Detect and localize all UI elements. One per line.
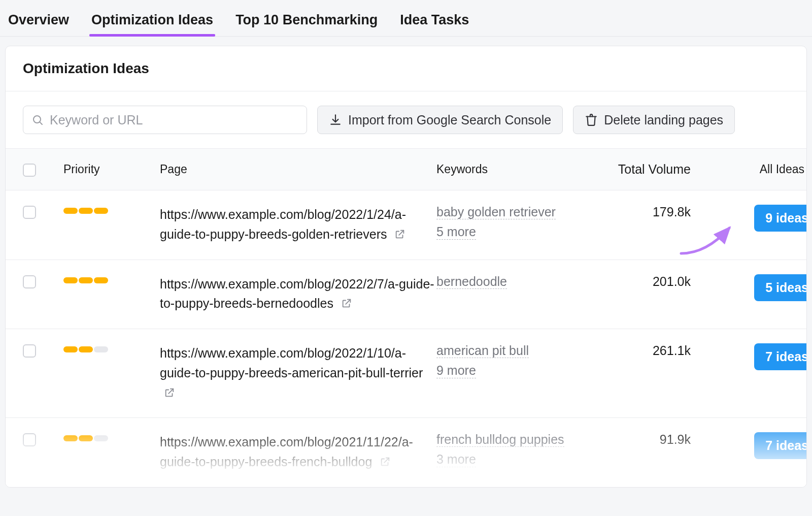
keyword-primary[interactable]: american pit bull <box>436 343 529 358</box>
row-checkbox[interactable] <box>23 433 36 446</box>
keyword-primary[interactable]: french bulldog puppies <box>436 432 564 447</box>
search-input-wrapper[interactable] <box>23 106 307 134</box>
tab-top10-benchmarking[interactable]: Top 10 Benchmarking <box>233 8 380 36</box>
keyword-more[interactable]: 5 more <box>436 224 476 240</box>
table-row: https://www.example.com/blog/2022/1/24/a… <box>6 190 806 260</box>
svg-point-0 <box>33 116 41 123</box>
table-header: Priority Page Keywords Total Volume All … <box>6 148 806 190</box>
col-page: Page <box>160 163 436 176</box>
row-checkbox[interactable] <box>23 206 36 219</box>
col-priority: Priority <box>63 163 160 176</box>
external-link-icon[interactable] <box>380 453 391 473</box>
keyword-primary[interactable]: baby golden retriever <box>436 205 556 219</box>
search-input[interactable] <box>50 113 298 127</box>
page-url[interactable]: https://www.example.com/blog/2022/2/7/a-… <box>160 274 436 315</box>
row-checkbox[interactable] <box>23 344 36 358</box>
tab-idea-tasks[interactable]: Idea Tasks <box>398 8 471 36</box>
col-all-ideas-label: All Ideas <box>760 163 804 176</box>
priority-indicator <box>63 435 160 441</box>
page-url[interactable]: https://www.example.com/blog/2022/1/10/a… <box>160 343 436 403</box>
ideas-button[interactable]: 5 ideas <box>754 274 807 301</box>
table-body: https://www.example.com/blog/2022/1/24/a… <box>6 190 806 487</box>
table-row: https://www.example.com/blog/2021/11/22/… <box>6 418 806 487</box>
download-icon <box>329 113 342 126</box>
row-checkbox[interactable] <box>23 275 36 288</box>
ideas-button[interactable]: 7 ideas <box>754 343 807 370</box>
total-volume-value: 179.8k <box>601 205 693 219</box>
optimization-ideas-card: Optimization Ideas Import from Google Se… <box>5 46 807 488</box>
search-icon <box>31 114 44 126</box>
svg-line-1 <box>40 122 42 124</box>
page-title: Optimization Ideas <box>6 46 806 91</box>
col-all-ideas-dropdown[interactable]: All Ideas <box>693 163 807 176</box>
keywords-cell: american pit bull9 more <box>436 343 601 378</box>
keywords-cell: bernedoodle <box>436 274 601 289</box>
ideas-button[interactable]: 7 ideas <box>754 432 807 459</box>
priority-indicator <box>63 346 160 352</box>
col-keywords: Keywords <box>436 163 601 176</box>
callout-arrow-icon <box>679 223 739 262</box>
page-url[interactable]: https://www.example.com/blog/2021/11/22/… <box>160 432 436 473</box>
tab-optimization-ideas[interactable]: Optimization Ideas <box>89 8 215 36</box>
import-gsc-label: Import from Google Search Console <box>348 113 551 127</box>
external-link-icon[interactable] <box>164 384 175 404</box>
toolbar: Import from Google Search Console Delete… <box>6 91 806 148</box>
table-row: https://www.example.com/blog/2022/1/10/a… <box>6 329 806 418</box>
keyword-more[interactable]: 3 more <box>436 452 476 467</box>
priority-indicator <box>63 208 160 214</box>
keywords-cell: french bulldog puppies3 more <box>436 432 601 467</box>
total-volume-value: 261.1k <box>601 343 693 358</box>
page-url[interactable]: https://www.example.com/blog/2022/1/24/a… <box>160 205 436 245</box>
ideas-button[interactable]: 9 ideas <box>754 205 807 232</box>
table-row: https://www.example.com/blog/2022/2/7/a-… <box>6 260 806 330</box>
delete-pages-button[interactable]: Delete landing pages <box>573 106 735 134</box>
keyword-primary[interactable]: bernedoodle <box>436 274 507 289</box>
delete-pages-label: Delete landing pages <box>604 113 723 127</box>
total-volume-value: 91.9k <box>601 432 693 447</box>
trash-icon <box>585 113 598 126</box>
external-link-icon[interactable] <box>341 295 352 314</box>
tabbar: Overview Optimization Ideas Top 10 Bench… <box>0 0 812 37</box>
import-gsc-button[interactable]: Import from Google Search Console <box>317 106 563 134</box>
keyword-more[interactable]: 9 more <box>436 363 476 378</box>
priority-indicator <box>63 277 160 283</box>
select-all-checkbox[interactable] <box>23 164 36 177</box>
external-link-icon[interactable] <box>394 225 405 245</box>
keywords-cell: baby golden retriever5 more <box>436 205 601 240</box>
tab-overview[interactable]: Overview <box>6 8 71 36</box>
total-volume-value: 201.0k <box>601 274 693 289</box>
col-total-volume: Total Volume <box>601 162 693 177</box>
